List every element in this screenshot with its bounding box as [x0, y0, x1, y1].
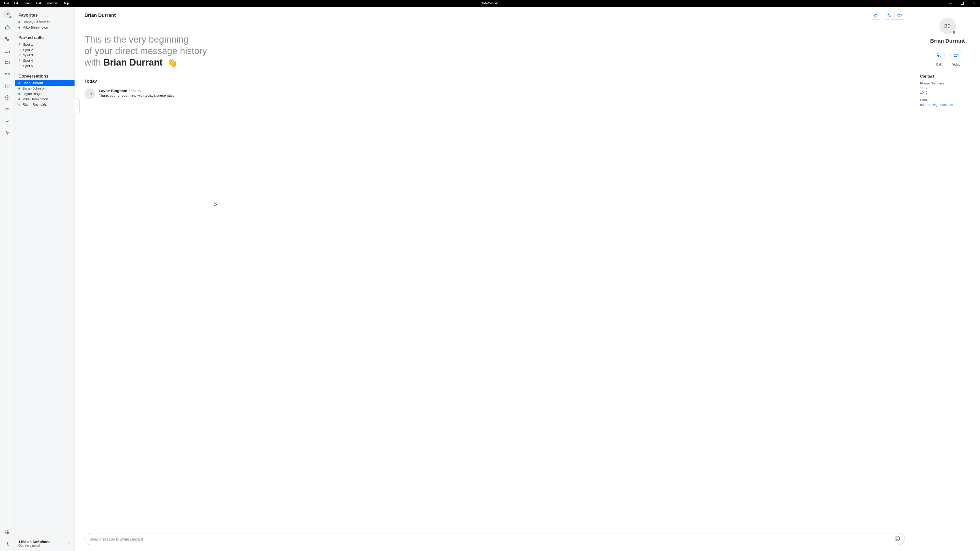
filters-icon[interactable]: [5, 130, 10, 136]
header-actions: [871, 11, 905, 20]
app-title: GoToConnect: [480, 2, 499, 5]
phone-link[interactable]: 1167: [920, 86, 975, 90]
message-sender: Layne Bingham: [99, 89, 127, 93]
conversation-item[interactable]: Sarah Johnson: [15, 86, 75, 91]
presence-dot-icon: [9, 16, 12, 19]
phone-icon: [933, 49, 945, 61]
window-controls: [945, 0, 980, 6]
conversation-name: Riann Reynolds: [22, 103, 47, 106]
parked-item[interactable]: PSpot 1: [15, 42, 75, 47]
call-video-group: [884, 11, 905, 20]
detail-video-action[interactable]: Video: [950, 49, 962, 66]
chevron-down-icon: [67, 541, 71, 546]
favorite-item[interactable]: Brandy Beckstead: [15, 19, 75, 25]
details-avatar: BD: [939, 18, 956, 34]
conversation-name: Layne Bingham: [22, 92, 46, 96]
footer-line2: Guthrie Limited: [18, 544, 50, 548]
emoji-button[interactable]: [894, 536, 900, 542]
conversation-item[interactable]: Mike Bennington: [15, 97, 75, 102]
menu-file[interactable]: File: [2, 0, 11, 6]
chat-panel: Brian Durrant This is the very beginning…: [75, 6, 915, 551]
svg-point-8: [6, 134, 7, 135]
parked-item[interactable]: PSpot 4: [15, 58, 75, 63]
park-badge-icon: P: [18, 49, 21, 51]
details-initials: BD: [944, 24, 951, 29]
menu-bar: File Edit View Call Window Help: [0, 0, 72, 6]
message-text: Thank you for your help with today's pre…: [99, 94, 905, 97]
analytics-icon[interactable]: [5, 118, 10, 124]
voicemail-icon[interactable]: [5, 71, 10, 77]
menu-help[interactable]: Help: [60, 0, 72, 6]
conversation-item[interactable]: Riann Reynolds: [15, 102, 75, 107]
icon-rail: LB: [0, 6, 15, 551]
user-avatar[interactable]: LB: [3, 10, 11, 18]
apps-icon[interactable]: [5, 530, 10, 535]
phone-label: Phone Numbers: [920, 81, 975, 85]
chat-title: Brian Durrant: [84, 13, 116, 18]
svg-point-5: [6, 85, 8, 86]
svg-point-21: [896, 538, 897, 538]
favorite-item[interactable]: Mike Bennington: [15, 25, 75, 30]
park-badge-icon: P: [18, 65, 21, 67]
parked-item[interactable]: PSpot 2: [15, 47, 75, 52]
footer-line1: 1168 on Softphone: [18, 540, 50, 544]
parked-name: Spot 1: [23, 43, 33, 46]
home-icon[interactable]: [5, 24, 10, 30]
call-button[interactable]: [884, 11, 894, 20]
park-badge-icon: P: [18, 59, 21, 62]
svg-rect-0: [961, 2, 964, 5]
message-time: 5:25 PM: [129, 89, 142, 93]
detail-call-action[interactable]: Call: [933, 49, 945, 66]
favorite-button[interactable]: [871, 11, 881, 20]
details-name: Brian Durrant: [920, 38, 975, 44]
presence-dot-icon: [18, 87, 21, 89]
menu-edit[interactable]: Edit: [11, 0, 22, 6]
contact-section: Contact Phone Numbers 1167 1046 Email bd…: [920, 74, 975, 106]
contacts-icon[interactable]: [5, 83, 10, 89]
menu-view[interactable]: View: [22, 0, 34, 6]
details-panel: BD Brian Durrant Call Video Contact Phon…: [915, 6, 980, 551]
menu-window[interactable]: Window: [44, 0, 60, 6]
history-icon[interactable]: [5, 95, 10, 100]
svg-point-2: [5, 73, 7, 75]
video-button[interactable]: [894, 11, 905, 20]
message-input[interactable]: [89, 537, 892, 541]
menu-call[interactable]: Call: [34, 0, 44, 6]
conversation-item[interactable]: Brian Durrant: [15, 80, 75, 86]
svg-point-7: [7, 132, 8, 133]
date-divider: Today: [84, 79, 905, 84]
parked-name: Spot 4: [23, 59, 33, 62]
message-avatar: LB: [84, 89, 95, 99]
svg-point-13: [7, 532, 8, 533]
favorite-name: Mike Bennington: [22, 25, 48, 29]
presence-dot-icon: [18, 21, 21, 23]
phone-icon[interactable]: [5, 36, 10, 42]
video-label: Video: [952, 63, 960, 66]
phone-link[interactable]: 1046: [920, 91, 975, 94]
call-label: Call: [936, 63, 942, 66]
chat-header: Brian Durrant: [75, 6, 915, 24]
presence-dot-icon: [18, 103, 21, 106]
conversation-item[interactable]: Layne Bingham: [15, 91, 75, 97]
parked-item[interactable]: PSpot 3: [15, 52, 75, 58]
svg-point-22: [898, 538, 898, 538]
parked-name: Spot 3: [23, 53, 33, 57]
sidebar-footer[interactable]: 1168 on Softphone Guthrie Limited: [15, 536, 75, 551]
maximize-button[interactable]: [956, 0, 968, 6]
conversation-name: Sarah Johnson: [22, 86, 46, 90]
chat-body: This is the very beginning of your direc…: [75, 24, 915, 529]
dashboard-icon[interactable]: [5, 106, 10, 112]
video-icon[interactable]: [5, 60, 10, 65]
svg-point-15: [5, 534, 6, 534]
parked-item[interactable]: PSpot 5: [15, 63, 75, 68]
composer-box: [84, 533, 905, 545]
close-button[interactable]: [968, 0, 980, 6]
email-link[interactable]: bdurrant@guthrie.com: [920, 103, 975, 106]
svg-point-10: [7, 530, 8, 531]
svg-rect-23: [954, 54, 957, 56]
settings-icon[interactable]: [5, 541, 10, 547]
favorite-name: Brandy Beckstead: [22, 20, 51, 24]
minimize-button[interactable]: [945, 0, 956, 6]
chat-icon[interactable]: [5, 48, 10, 54]
svg-point-9: [5, 530, 6, 531]
